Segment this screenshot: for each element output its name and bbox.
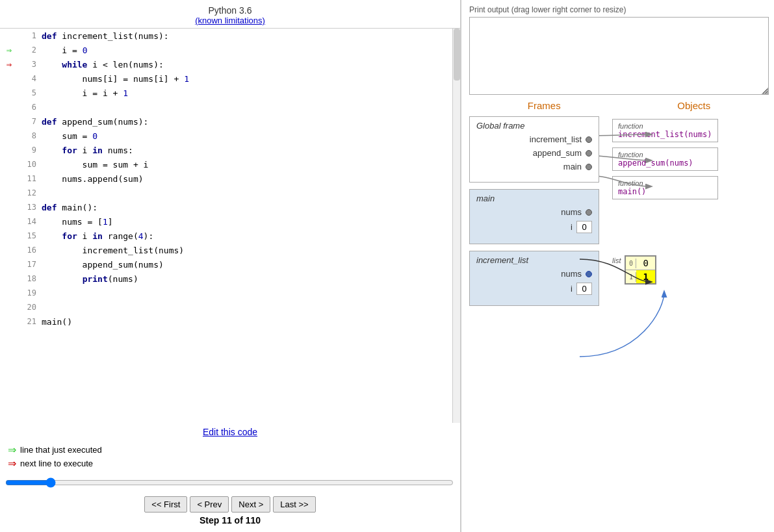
viz-header: Frames Objects xyxy=(469,100,769,111)
line-num-4: 4 xyxy=(17,74,36,83)
line-num-15: 15 xyxy=(17,231,36,240)
line-code-8: sum = 0 xyxy=(42,131,97,141)
scrollbar-track[interactable] xyxy=(452,29,460,423)
red-arrow-icon: ⇒ xyxy=(6,59,12,70)
red-legend-label: next line to execute xyxy=(20,459,93,468)
frame-row-main-nums: nums xyxy=(476,207,592,217)
list-cell-1: 1 1 xyxy=(626,270,654,283)
prev-button[interactable]: < Prev xyxy=(190,496,229,513)
list-cell-idx-0: 0 xyxy=(626,259,636,268)
frame-row-inc-i: i 0 xyxy=(476,283,592,295)
code-lines-container: 1def increment_list(nums):⇒2 i = 0⇒3 whi… xyxy=(0,29,460,329)
list-cell-val-0: 0 xyxy=(636,257,654,270)
line-num-5: 5 xyxy=(17,88,36,97)
output-box[interactable] xyxy=(469,17,769,95)
objects-title: Objects xyxy=(677,100,710,111)
main-frame-title: main xyxy=(476,194,592,203)
line-num-6: 6 xyxy=(17,103,36,112)
func-obj-main: function main() xyxy=(612,176,718,199)
red-arrow-icon: ⇒ xyxy=(8,457,16,470)
list-cell-val-1: 1 xyxy=(636,270,654,283)
line-arrow-2: ⇒ xyxy=(1,45,17,55)
list-label: list xyxy=(612,255,621,264)
list-cell-idx-1: 1 xyxy=(626,272,636,282)
inc-frame-title: increment_list xyxy=(476,255,592,265)
dot-increment-list xyxy=(586,136,592,143)
line-num-10: 10 xyxy=(17,160,36,169)
legend: ⇒ line that just executed ⇒ next line to… xyxy=(0,441,460,475)
var-name-inc-nums: nums xyxy=(517,269,582,279)
var-name-main-nums: nums xyxy=(517,207,582,217)
line-code-15: for i in range(4): xyxy=(42,231,153,241)
code-line-8: 8 sum = 0 xyxy=(0,129,460,143)
output-resize-handle[interactable] xyxy=(762,88,768,94)
line-code-2: i = 0 xyxy=(42,45,87,55)
scrollbar-thumb[interactable] xyxy=(454,29,460,81)
line-num-2: 2 xyxy=(17,45,36,55)
line-code-11: nums.append(sum) xyxy=(42,174,144,184)
line-code-14: nums = [1] xyxy=(42,217,113,227)
frame-row-main: main xyxy=(476,162,592,171)
nav-row: << First < Prev Next > Last >> xyxy=(0,492,460,514)
line-code-5: i = i + 1 xyxy=(42,88,128,98)
var-name-increment-list: increment_list xyxy=(517,134,582,144)
left-panel: Python 3.6 (known limitations) 1def incr… xyxy=(0,0,461,532)
func-name-append-sum: append_sum(nums) xyxy=(618,158,712,168)
code-line-7: 7def append_sum(nums): xyxy=(0,114,460,129)
list-cells-container: 0 0 1 1 xyxy=(625,255,656,285)
dot-main xyxy=(586,164,592,170)
python-version-title: Python 3.6 xyxy=(0,5,460,16)
next-button[interactable]: Next > xyxy=(231,496,270,513)
line-num-14: 14 xyxy=(17,217,36,226)
func-name-main: main() xyxy=(618,187,712,196)
line-num-13: 13 xyxy=(17,203,36,212)
line-code-13: def main(): xyxy=(42,203,97,212)
green-legend-item: ⇒ line that just executed xyxy=(8,444,455,456)
line-num-17: 17 xyxy=(17,260,36,269)
step-label: Step 11 of 110 xyxy=(0,514,460,529)
known-limitations-link[interactable]: (known limitations) xyxy=(195,16,265,25)
frame-row-append-sum: append_sum xyxy=(476,148,592,158)
line-num-20: 20 xyxy=(17,303,36,312)
global-frame-box: Global frame increment_list append_sum m… xyxy=(469,116,599,183)
line-code-21: main() xyxy=(42,317,72,327)
code-line-15: 15 for i in range(4): xyxy=(0,229,460,243)
frames-title: Frames xyxy=(528,100,561,111)
line-num-11: 11 xyxy=(17,174,36,183)
step-slider[interactable] xyxy=(5,477,454,488)
code-line-6: 6 xyxy=(0,100,460,114)
code-line-5: 5 i = i + 1 xyxy=(0,86,460,100)
line-num-18: 18 xyxy=(17,274,36,283)
objects-column: function increment_list(nums) function a… xyxy=(612,116,718,285)
dot-inc-nums xyxy=(586,271,592,277)
list-obj: list 0 0 1 1 xyxy=(612,255,718,285)
code-line-3: ⇒3 while i < len(nums): xyxy=(0,57,460,71)
frame-row-increment-list: increment_list xyxy=(476,134,592,144)
last-button[interactable]: Last >> xyxy=(273,496,315,513)
func-label-1: function xyxy=(618,122,712,130)
code-line-11: 11 nums.append(sum) xyxy=(0,171,460,186)
func-label-2: function xyxy=(618,151,712,158)
line-num-12: 12 xyxy=(17,188,36,197)
first-button[interactable]: << First xyxy=(144,496,187,513)
line-num-9: 9 xyxy=(17,146,36,155)
dot-main-nums xyxy=(586,209,592,216)
edit-code-link[interactable]: Edit this code xyxy=(0,423,460,441)
line-code-17: append_sum(nums) xyxy=(42,260,164,270)
spacer xyxy=(612,205,718,250)
line-num-1: 1 xyxy=(17,31,36,40)
line-num-8: 8 xyxy=(17,131,36,140)
frame-row-inc-nums: nums xyxy=(476,269,592,279)
var-name-main-i: i xyxy=(508,222,573,232)
code-line-4: 4 nums[i] = nums[i] + 1 xyxy=(0,71,460,86)
code-line-2: ⇒2 i = 0 xyxy=(0,43,460,57)
var-name-inc-i: i xyxy=(508,284,573,294)
code-line-14: 14 nums = [1] xyxy=(0,214,460,229)
line-num-3: 3 xyxy=(17,60,36,69)
red-legend-item: ⇒ next line to execute xyxy=(8,457,455,470)
main-i-value: 0 xyxy=(576,221,592,233)
inc-i-value: 0 xyxy=(576,283,592,295)
slider-row xyxy=(0,475,460,492)
line-code-16: increment_list(nums) xyxy=(42,246,184,255)
code-line-9: 9 for i in nums: xyxy=(0,143,460,157)
